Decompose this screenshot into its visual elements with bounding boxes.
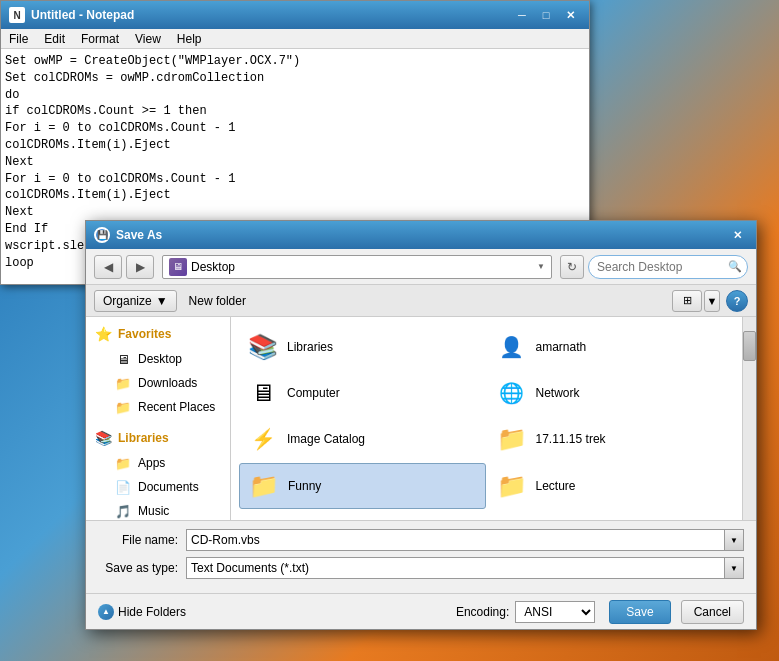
notepad-maximize-button[interactable]: □	[535, 6, 557, 24]
network-icon: 🌐	[496, 377, 528, 409]
notepad-menubar: File Edit Format View Help	[1, 29, 589, 49]
file-scrollbar[interactable]	[742, 317, 756, 520]
saveas-sidebar: ⭐ Favorites 🖥 Desktop 📁 Downloads 📁 Rece…	[86, 317, 231, 520]
downloads-icon: 📁	[114, 374, 132, 392]
file-image-catalog[interactable]: ⚡ Image Catalog	[239, 417, 486, 461]
search-input[interactable]	[588, 255, 748, 279]
search-wrapper: 🔍	[588, 255, 748, 279]
saveas-organize-toolbar: Organize ▼ New folder ⊞ ▼ ?	[86, 285, 756, 317]
menu-view[interactable]: View	[127, 30, 169, 48]
sidebar-item-documents[interactable]: 📄 Documents	[86, 475, 230, 499]
menu-edit[interactable]: Edit	[36, 30, 73, 48]
sidebar-item-music[interactable]: 🎵 Music	[86, 499, 230, 520]
address-dropdown-arrow[interactable]: ▼	[537, 262, 545, 271]
image-catalog-icon: ⚡	[247, 423, 279, 455]
refresh-button[interactable]: ↻	[560, 255, 584, 279]
notepad-titlebar-buttons: ─ □ ✕	[511, 6, 581, 24]
sidebar-item-apps[interactable]: 📁 Apps	[86, 451, 230, 475]
view-dropdown-button[interactable]: ▼	[704, 290, 720, 312]
sidebar-desktop-label: Desktop	[138, 352, 182, 366]
encoding-select[interactable]: ANSI UTF-8 Unicode	[515, 601, 595, 623]
menu-file[interactable]: File	[1, 30, 36, 48]
filetype-wrapper: Text Documents (*.txt) ▼	[186, 557, 744, 579]
sidebar-music-label: Music	[138, 504, 169, 518]
saveas-title: Save As	[116, 228, 726, 242]
saveas-titlebar-buttons: ✕	[726, 226, 748, 244]
notepad-minimize-button[interactable]: ─	[511, 6, 533, 24]
save-button[interactable]: Save	[609, 600, 670, 624]
sidebar-item-downloads[interactable]: 📁 Downloads	[86, 371, 230, 395]
libraries-file-icon: 📚	[247, 331, 279, 363]
file-image-catalog-label: Image Catalog	[287, 432, 365, 446]
libraries-label: Libraries	[118, 431, 169, 445]
filename-row: File name: ▼	[98, 529, 744, 551]
computer-icon: 🖥	[247, 377, 279, 409]
favorites-section[interactable]: ⭐ Favorites	[86, 321, 230, 347]
lecture-folder-icon: 📁	[496, 470, 528, 502]
organize-dropdown-icon: ▼	[156, 294, 168, 308]
encoding-label: Encoding:	[456, 605, 509, 619]
new-folder-button[interactable]: New folder	[185, 290, 250, 312]
file-grid: 📚 Libraries 👤 amarnath 🖥 Computer 🌐 Netw…	[231, 317, 742, 520]
saveas-bottombar: ▲ Hide Folders Encoding: ANSI UTF-8 Unic…	[86, 593, 756, 629]
file-amarnath-label: amarnath	[536, 340, 587, 354]
search-icon: 🔍	[728, 260, 742, 273]
organize-label: Organize	[103, 294, 152, 308]
apps-icon: 📁	[114, 454, 132, 472]
hide-folders-label: Hide Folders	[118, 605, 186, 619]
favorites-icon: ⭐	[94, 325, 112, 343]
file-lecture-label: Lecture	[536, 479, 576, 493]
file-new-folder[interactable]: 📁 New folder	[488, 511, 735, 520]
saveas-form: File name: ▼ Save as type: Text Document…	[86, 520, 756, 593]
view-button[interactable]: ⊞	[672, 290, 702, 312]
trek-folder-icon: 📁	[496, 423, 528, 455]
help-button[interactable]: ?	[726, 290, 748, 312]
back-button[interactable]: ◀	[94, 255, 122, 279]
menu-help[interactable]: Help	[169, 30, 210, 48]
file-briefcase[interactable]: 💼 New Briefcase	[239, 511, 486, 520]
saveas-close-button[interactable]: ✕	[726, 226, 748, 244]
file-computer[interactable]: 🖥 Computer	[239, 371, 486, 415]
file-trek-label: 17.11.15 trek	[536, 432, 606, 446]
filename-wrapper: ▼	[186, 529, 744, 551]
view-icon: ⊞	[683, 294, 692, 307]
filename-dropdown-arrow[interactable]: ▼	[724, 529, 744, 551]
file-trek[interactable]: 📁 17.11.15 trek	[488, 417, 735, 461]
recent-icon: 📁	[114, 398, 132, 416]
filename-input[interactable]	[186, 529, 744, 551]
address-bar-icon: 🖥	[169, 258, 187, 276]
file-network-label: Network	[536, 386, 580, 400]
file-network[interactable]: 🌐 Network	[488, 371, 735, 415]
filetype-dropdown-arrow[interactable]: ▼	[724, 557, 744, 579]
libraries-section[interactable]: 📚 Libraries	[86, 425, 230, 451]
sidebar-recent-label: Recent Places	[138, 400, 215, 414]
notepad-close-button[interactable]: ✕	[559, 6, 581, 24]
sidebar-item-recent[interactable]: 📁 Recent Places	[86, 395, 230, 419]
menu-format[interactable]: Format	[73, 30, 127, 48]
hide-folders-icon: ▲	[98, 604, 114, 620]
sidebar-apps-label: Apps	[138, 456, 165, 470]
documents-icon: 📄	[114, 478, 132, 496]
file-lecture[interactable]: 📁 Lecture	[488, 463, 735, 509]
file-computer-label: Computer	[287, 386, 340, 400]
libraries-icon: 📚	[94, 429, 112, 447]
encoding-section: Encoding: ANSI UTF-8 Unicode Save Cancel	[456, 600, 744, 624]
saveas-nav-toolbar: ◀ ▶ 🖥 Desktop ▼ ↻ 🔍	[86, 249, 756, 285]
scrollbar-thumb[interactable]	[743, 331, 756, 361]
sidebar-item-desktop[interactable]: 🖥 Desktop	[86, 347, 230, 371]
funny-folder-icon: 📁	[248, 470, 280, 502]
cancel-button[interactable]: Cancel	[681, 600, 744, 624]
file-amarnath[interactable]: 👤 amarnath	[488, 325, 735, 369]
forward-button[interactable]: ▶	[126, 255, 154, 279]
address-bar: 🖥 Desktop ▼	[162, 255, 552, 279]
filename-label: File name:	[98, 533, 178, 547]
organize-button[interactable]: Organize ▼	[94, 290, 177, 312]
filetype-select[interactable]: Text Documents (*.txt)	[186, 557, 744, 579]
sidebar-downloads-label: Downloads	[138, 376, 197, 390]
hide-folders-button[interactable]: ▲ Hide Folders	[98, 604, 186, 620]
address-text: Desktop	[191, 260, 537, 274]
file-funny[interactable]: 📁 Funny	[239, 463, 486, 509]
music-icon: 🎵	[114, 502, 132, 520]
file-libraries[interactable]: 📚 Libraries	[239, 325, 486, 369]
saveas-dialog-icon: 💾	[94, 227, 110, 243]
